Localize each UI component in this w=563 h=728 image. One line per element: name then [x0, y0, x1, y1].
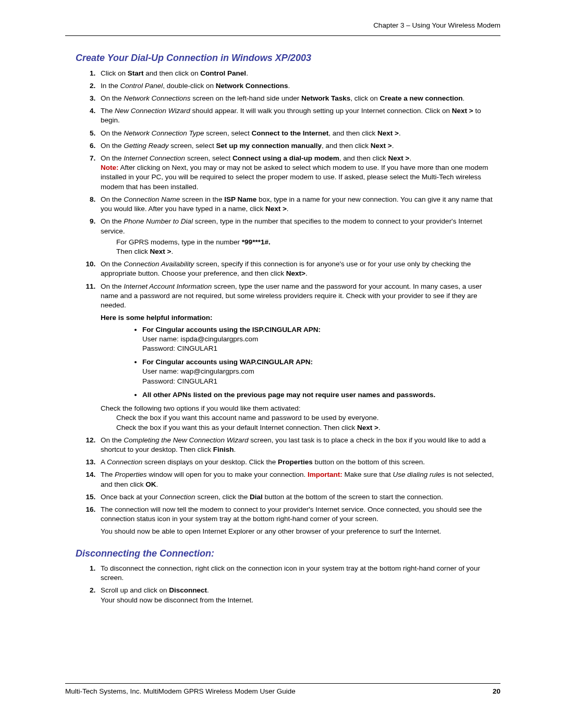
- footer-text: Multi-Tech Systems, Inc. MultiModem GPRS…: [65, 687, 296, 696]
- page-header: Chapter 3 – Using Your Wireless Modem: [65, 21, 500, 30]
- step-16-sub: You should now be able to open Internet …: [101, 527, 500, 536]
- note-label: Note:: [101, 164, 119, 171]
- step-4: The New Connection Wizard should appear.…: [97, 106, 500, 125]
- step-12: On the Completing the New Connection Wiz…: [97, 436, 500, 454]
- step-9: On the Phone Number to Dial screen, type…: [97, 217, 500, 256]
- apn-other: All other APNs listed on the previous pa…: [142, 390, 500, 400]
- step-13: A Connection screen displays on your des…: [97, 458, 500, 467]
- section-title-disconnect: Disconnecting the Connection:: [76, 547, 500, 560]
- step-8: On the Connection Name screen in the ISP…: [97, 195, 500, 214]
- divider-top: [65, 35, 500, 36]
- apn-wap-cingular: For Cingular accounts using WAP.CINGULAR…: [142, 357, 500, 386]
- step-1: Click on Start and then click on Control…: [97, 69, 500, 78]
- steps-list-1: Click on Start and then click on Control…: [77, 69, 500, 537]
- steps-list-2: To disconnect the connection, right clic…: [77, 564, 500, 605]
- step-9-sub: For GPRS modems, type in the number *99*…: [116, 238, 500, 256]
- step-16: The connection will now tell the modem t…: [97, 505, 500, 537]
- step-6: On the Getting Ready screen, select Set …: [97, 141, 500, 151]
- step-3: On the Network Connections screen on the…: [97, 94, 500, 103]
- help-info-heading: Here is some helpful information:: [101, 314, 213, 322]
- check-option-2: Check the box if you want this as your d…: [116, 423, 500, 433]
- step-5: On the Network Connection Type screen, s…: [97, 129, 500, 138]
- page-footer: Multi-Tech Systems, Inc. MultiModem GPRS…: [65, 687, 500, 696]
- check-options-intro: Check the following two options if you w…: [101, 404, 500, 413]
- apn-bullets: For Cingular accounts using the ISP.CING…: [132, 325, 500, 400]
- step-14: The Properties window will open for you …: [97, 470, 500, 489]
- footer-page-number: 20: [493, 687, 500, 696]
- section-title-dialup: Create Your Dial-Up Connection in Window…: [76, 52, 500, 64]
- step-2: In the Control Panel, double-click on Ne…: [97, 81, 500, 91]
- apn-isp-cingular: For Cingular accounts using the ISP.CING…: [142, 325, 500, 354]
- step-10: On the Connection Availability screen, s…: [97, 260, 500, 278]
- step-11: On the Internet Account Information scre…: [97, 282, 500, 433]
- important-label: Important:: [308, 471, 342, 478]
- divider-bottom: [65, 683, 500, 684]
- check-option-1: Check the box if you want this account n…: [116, 413, 500, 423]
- step-7: On the Internet Connection screen, selec…: [97, 154, 500, 192]
- disconnect-step-1: To disconnect the connection, right clic…: [97, 564, 500, 583]
- step-15: Once back at your Connection screen, cli…: [97, 492, 500, 502]
- disconnect-step-2: Scroll up and click on Disconnect. Your …: [97, 586, 500, 604]
